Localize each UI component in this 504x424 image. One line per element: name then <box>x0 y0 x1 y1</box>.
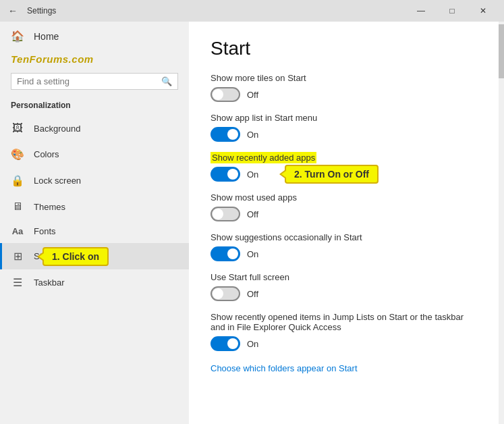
highlighted-label: Show recently added apps <box>211 152 316 163</box>
toggle-knob <box>213 288 223 299</box>
setting-most-used: Show most used apps Off <box>211 192 477 221</box>
sidebar-item-label: Themes <box>34 202 65 212</box>
themes-icon: 🖥 <box>11 201 24 213</box>
setting-label: Show recently opened items in Jump Lists… <box>211 312 477 332</box>
setting-label: Show more tiles on Start <box>211 73 477 83</box>
close-button[interactable]: ✕ <box>468 0 499 22</box>
setting-label: Show most used apps <box>211 192 477 203</box>
toggle-knob <box>227 169 238 180</box>
setting-full-screen: Use Start full screen Off <box>211 272 477 301</box>
background-icon: 🖼 <box>11 122 24 134</box>
section-label: Personalization <box>0 98 189 115</box>
content-scroll[interactable]: Start Show more tiles on Start Off Show … <box>189 22 499 424</box>
setting-label: Show recently added apps <box>211 153 477 163</box>
toggle-app-list[interactable] <box>211 127 240 142</box>
sidebar-item-label: Background <box>34 124 80 134</box>
toggle-status: On <box>247 169 258 180</box>
search-input[interactable] <box>17 76 161 86</box>
toggle-knob <box>227 248 238 259</box>
content-area: Start Show more tiles on Start Off Show … <box>189 22 499 424</box>
toggle-status: Off <box>247 289 258 299</box>
search-icon: 🔍 <box>161 76 172 86</box>
toggle-knob <box>213 89 223 100</box>
toggle-status: On <box>247 130 258 140</box>
folder-link[interactable]: Choose which folders appear on Start <box>211 363 358 373</box>
titlebar-title: Settings <box>27 6 56 16</box>
home-label: Home <box>34 31 59 42</box>
setting-label: Show app list in Start menu <box>211 113 477 123</box>
toggle-status: Off <box>247 209 258 219</box>
sidebar-item-label: Colors <box>34 149 59 159</box>
maximize-button[interactable]: □ <box>437 0 468 22</box>
sidebar-item-background[interactable]: 🖼 Background <box>0 115 189 141</box>
sidebar: 🏠 Home TenForums.com 🔍 Personalization 🖼… <box>0 22 189 424</box>
toggle-knob <box>227 338 238 349</box>
setting-label: Show suggestions occasionally in Start <box>211 232 477 242</box>
scrollbar-track[interactable] <box>499 22 504 424</box>
toggle-jump-lists[interactable] <box>211 336 240 351</box>
sidebar-item-fonts[interactable]: Aa Fonts <box>0 219 189 243</box>
sidebar-item-lock-screen[interactable]: 🔒 Lock screen <box>0 167 189 194</box>
sidebar-item-label: Fonts <box>34 226 56 236</box>
page-title: Start <box>211 38 477 59</box>
toggle-status: On <box>247 339 258 349</box>
sidebar-item-taskbar[interactable]: ☰ Taskbar <box>0 269 189 296</box>
start-icon: ⊞ <box>11 250 24 263</box>
watermark: TenForums.com <box>0 51 189 70</box>
minimize-button[interactable]: — <box>405 0 437 22</box>
toggle-most-used[interactable] <box>211 207 240 221</box>
setting-label: Use Start full screen <box>211 272 477 282</box>
toggle-status: On <box>247 249 258 259</box>
setting-suggestions: Show suggestions occasionally in Start O… <box>211 232 477 261</box>
sidebar-item-home[interactable]: 🏠 Home <box>0 22 189 51</box>
window-controls: — □ ✕ <box>405 0 499 22</box>
back-button[interactable]: ← <box>5 5 20 16</box>
sidebar-item-colors[interactable]: 🎨 Colors <box>0 141 189 167</box>
setting-more-tiles: Show more tiles on Start Off <box>211 73 477 102</box>
toggle-recently-added[interactable] <box>211 167 240 182</box>
fonts-icon: Aa <box>11 226 24 236</box>
scrollbar-thumb[interactable] <box>499 24 504 78</box>
titlebar: ← Settings — □ ✕ <box>0 0 504 22</box>
toggle-knob <box>213 209 223 219</box>
toggle-suggestions[interactable] <box>211 246 240 261</box>
sidebar-item-label: Lock screen <box>34 176 81 186</box>
toggle-status: Off <box>247 90 258 100</box>
taskbar-icon: ☰ <box>11 276 24 289</box>
sidebar-item-themes[interactable]: 🖥 Themes <box>0 194 189 219</box>
setting-app-list: Show app list in Start menu On <box>211 113 477 142</box>
callout-1: 1. Click on <box>43 247 109 266</box>
sidebar-item-label: Taskbar <box>34 277 65 288</box>
toggle-knob <box>227 129 238 140</box>
sidebar-item-start[interactable]: ⊞ Start 1. Click on <box>0 243 189 269</box>
setting-recently-added: Show recently added apps On 2. Turn On o… <box>211 153 477 182</box>
link-row: Choose which folders appear on Start <box>211 362 477 374</box>
setting-jump-lists: Show recently opened items in Jump Lists… <box>211 312 477 351</box>
toggle-full-screen[interactable] <box>211 286 240 301</box>
search-box[interactable]: 🔍 <box>11 73 178 90</box>
callout-2: 2. Turn On or Off <box>285 165 379 184</box>
home-icon: 🏠 <box>11 30 24 43</box>
colors-icon: 🎨 <box>11 148 24 161</box>
toggle-more-tiles[interactable] <box>211 87 240 102</box>
lock-icon: 🔒 <box>11 174 24 187</box>
